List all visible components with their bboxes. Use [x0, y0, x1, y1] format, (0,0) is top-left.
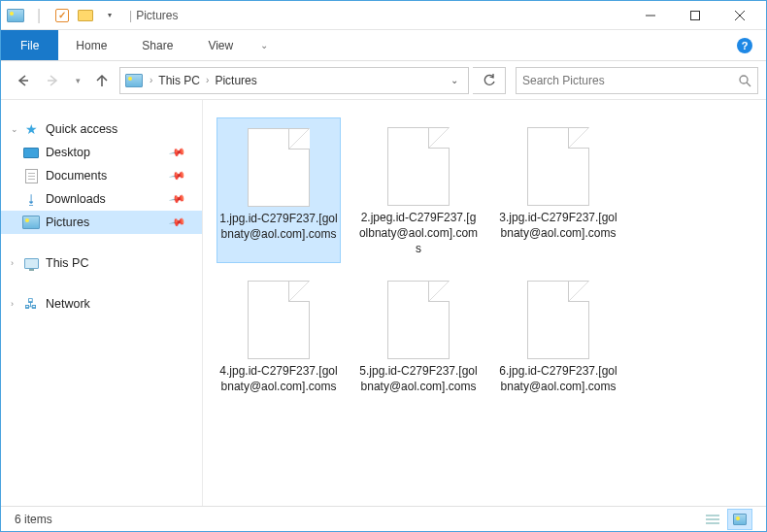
file-grid: 1.jpg.id-C279F237.[golbnaty@aol.com].com…	[217, 117, 752, 400]
view-toggles	[700, 509, 752, 530]
sidebar-item-documents[interactable]: Documents 📌	[1, 164, 202, 187]
file-thumbnail	[380, 123, 457, 206]
maximize-icon	[689, 10, 701, 21]
refresh-button[interactable]	[473, 67, 506, 94]
pin-icon: 📌	[169, 144, 187, 162]
pictures-icon	[22, 215, 40, 230]
qat-separator: |	[28, 5, 50, 26]
file-name: 1.jpg.id-C279F237.[golbnaty@aol.com].com…	[219, 211, 338, 242]
back-icon	[15, 73, 30, 88]
breadcrumb[interactable]: › This PC › Pictures ⌄	[119, 67, 469, 94]
breadcrumb-pictures[interactable]: Pictures	[211, 74, 260, 87]
download-icon: ⭳	[22, 191, 40, 207]
titlebar: | ✓ ▾ | Pictures	[1, 1, 766, 30]
svg-line-8	[747, 83, 750, 86]
breadcrumb-icon	[124, 71, 144, 90]
sidebar-item-label: Quick access	[46, 122, 117, 136]
star-icon: ★	[22, 121, 40, 137]
file-name: 6.jpg.id-C279F237.[golbnaty@aol.com].com…	[498, 363, 618, 394]
up-icon	[94, 73, 110, 88]
sidebar-this-pc[interactable]: › This PC	[1, 251, 202, 275]
file-name: 3.jpg.id-C279F237.[golbnaty@aol.com].com…	[498, 210, 618, 241]
file-tab[interactable]: File	[1, 30, 58, 60]
status-item-count: 6 items	[15, 513, 52, 526]
ribbon: File Home Share View ⌄ ?	[1, 30, 766, 61]
sidebar-item-label: This PC	[46, 256, 88, 270]
minimize-button[interactable]	[628, 1, 673, 30]
file-thumbnail	[380, 277, 457, 359]
sidebar-network[interactable]: › 🖧 Network	[1, 292, 202, 316]
details-view-icon	[706, 514, 719, 525]
pc-icon	[22, 255, 40, 271]
search-icon[interactable]	[732, 74, 757, 87]
content-pane[interactable]: 1.jpg.id-C279F237.[golbnaty@aol.com].com…	[203, 100, 766, 508]
maximize-button[interactable]	[673, 1, 717, 30]
window-title: | Pictures	[129, 9, 178, 22]
search-input[interactable]	[517, 74, 732, 87]
file-item[interactable]: 5.jpg.id-C279F237.[golbnaty@aol.com].com…	[356, 271, 481, 400]
app-icon[interactable]	[5, 5, 26, 26]
file-thumbnail	[240, 124, 317, 207]
file-name: 2.jpeg.id-C279F237.[golbnaty@aol.com].co…	[358, 210, 479, 257]
chevron-right-icon[interactable]: ›	[204, 75, 211, 85]
search-box[interactable]	[516, 67, 758, 94]
refresh-icon	[483, 74, 496, 87]
file-item[interactable]: 1.jpg.id-C279F237.[golbnaty@aol.com].com…	[217, 117, 341, 263]
tab-share[interactable]: Share	[124, 30, 190, 60]
minimize-icon	[645, 10, 656, 21]
chevron-right-icon[interactable]: ›	[11, 299, 20, 309]
navbar: ▾ › This PC › Pictures ⌄	[1, 61, 766, 100]
chevron-right-icon[interactable]: ›	[11, 258, 20, 268]
file-thumbnail	[240, 277, 317, 359]
thumbnails-view-button[interactable]	[727, 509, 752, 530]
pin-icon: 📌	[169, 190, 187, 209]
help-button[interactable]: ?	[723, 30, 766, 60]
forward-button[interactable]	[40, 67, 67, 94]
sidebar-quick-access[interactable]: ⌄ ★ Quick access	[1, 117, 202, 141]
sidebar-item-label: Network	[46, 297, 90, 311]
breadcrumb-dropdown-icon[interactable]: ⌄	[445, 75, 464, 85]
sidebar-item-pictures[interactable]: Pictures 📌	[1, 211, 202, 234]
file-name: 5.jpg.id-C279F237.[golbnaty@aol.com].com…	[358, 363, 479, 394]
breadcrumb-this-pc[interactable]: This PC	[154, 74, 204, 87]
help-icon: ?	[737, 38, 752, 53]
qat-dropdown-icon[interactable]: ▾	[98, 5, 119, 26]
main: ⌄ ★ Quick access Desktop 📌 Documents 📌 ⭳…	[1, 100, 766, 508]
sidebar-item-downloads[interactable]: ⭳ Downloads 📌	[1, 187, 202, 211]
back-button[interactable]	[9, 67, 36, 94]
sidebar: ⌄ ★ Quick access Desktop 📌 Documents 📌 ⭳…	[1, 100, 203, 508]
document-icon	[22, 168, 40, 183]
desktop-icon	[22, 145, 40, 160]
details-view-button[interactable]	[700, 509, 725, 530]
up-button[interactable]	[88, 67, 116, 94]
file-item[interactable]: 4.jpg.id-C279F237.[golbnaty@aol.com].com…	[217, 271, 341, 400]
window-controls	[628, 1, 762, 30]
thumbnails-view-icon	[733, 514, 747, 525]
network-icon: 🖧	[22, 296, 40, 312]
sidebar-item-label: Pictures	[46, 216, 89, 229]
chevron-down-icon[interactable]: ⌄	[11, 124, 20, 134]
file-item[interactable]: 2.jpeg.id-C279F237.[golbnaty@aol.com].co…	[356, 117, 481, 263]
new-folder-icon[interactable]	[75, 5, 96, 26]
sidebar-item-label: Downloads	[46, 192, 106, 206]
tab-view[interactable]: View	[190, 30, 250, 60]
recent-dropdown[interactable]: ▾	[71, 67, 84, 94]
pin-icon: 📌	[169, 214, 187, 232]
file-name: 4.jpg.id-C279F237.[golbnaty@aol.com].com…	[218, 363, 339, 394]
close-icon	[734, 10, 746, 21]
properties-icon[interactable]: ✓	[51, 5, 73, 26]
tab-home[interactable]: Home	[58, 30, 124, 60]
sidebar-item-desktop[interactable]: Desktop 📌	[1, 141, 202, 164]
statusbar: 6 items	[1, 506, 766, 531]
file-item[interactable]: 6.jpg.id-C279F237.[golbnaty@aol.com].com…	[496, 271, 620, 400]
ribbon-expand-icon[interactable]: ⌄	[250, 30, 278, 60]
quick-access-toolbar: | ✓ ▾	[5, 5, 119, 26]
svg-rect-1	[691, 11, 700, 19]
chevron-right-icon[interactable]: ›	[148, 75, 154, 85]
file-item[interactable]: 3.jpg.id-C279F237.[golbnaty@aol.com].com…	[496, 117, 620, 263]
sidebar-item-label: Documents	[46, 169, 107, 183]
close-button[interactable]	[717, 1, 762, 30]
file-thumbnail	[519, 123, 597, 206]
pin-icon: 📌	[169, 167, 187, 185]
forward-icon	[46, 73, 61, 88]
